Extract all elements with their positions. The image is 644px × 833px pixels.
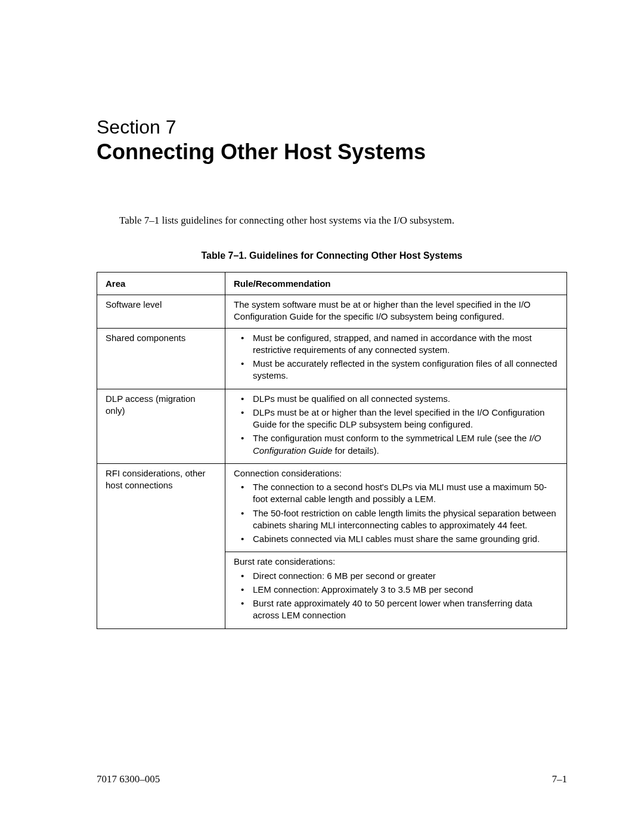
header-rule: Rule/Recommendation	[225, 272, 567, 295]
table-header-row: Area Rule/Recommendation	[97, 272, 567, 295]
table-row: DLP access (migration only) DLPs must be…	[97, 389, 567, 463]
bullet-list: DLPs must be qualified on all connected …	[234, 393, 558, 457]
document-page: Section 7 Connecting Other Host Systems …	[0, 0, 644, 629]
list-item: Must be configured, strapped, and named …	[234, 332, 558, 357]
footer-page-number: 7–1	[552, 773, 568, 785]
list-item: Cabinets connected via MLI cables must s…	[234, 533, 558, 545]
cell-rule: Must be configured, strapped, and named …	[225, 328, 567, 389]
list-item: LEM connection: Approximately 3 to 3.5 M…	[234, 584, 558, 596]
cell-rule: Burst rate considerations: Direct connec…	[225, 552, 567, 628]
section-title: Connecting Other Host Systems	[97, 140, 567, 165]
page-footer: 7017 6300–005 7–1	[97, 773, 567, 785]
cell-rule: Connection considerations: The connectio…	[225, 463, 567, 552]
header-area: Area	[97, 272, 225, 295]
sub-heading: Connection considerations:	[234, 467, 558, 479]
list-item: DLPs must be at or higher than the level…	[234, 407, 558, 431]
cell-rule: DLPs must be qualified on all connected …	[225, 389, 567, 463]
list-item: DLPs must be qualified on all connected …	[234, 393, 558, 405]
list-item: Burst rate approximately 40 to 50 percen…	[234, 597, 558, 622]
table-row: Shared components Must be configured, st…	[97, 328, 567, 389]
list-item: The connection to a second host's DLPs v…	[234, 481, 558, 506]
text-span: The configuration must conform to the sy…	[253, 433, 530, 443]
cell-area: Software level	[97, 295, 225, 329]
text-span: for details).	[332, 445, 379, 456]
list-item: The configuration must conform to the sy…	[234, 432, 558, 457]
intro-paragraph: Table 7–1 lists guidelines for connectin…	[97, 215, 567, 227]
section-label: Section 7	[97, 116, 567, 138]
bullet-list: The connection to a second host's DLPs v…	[234, 481, 558, 545]
bullet-list: Direct connection: 6 MB per second or gr…	[234, 570, 558, 622]
bullet-list: Must be configured, strapped, and named …	[234, 332, 558, 382]
cell-rule: The system software must be at or higher…	[225, 295, 567, 329]
list-item: Must be accurately reflected in the syst…	[234, 358, 558, 382]
cell-area: RFI considerations, other host connectio…	[97, 463, 225, 552]
cell-area-empty	[97, 552, 225, 628]
cell-area: DLP access (migration only)	[97, 389, 225, 463]
table-row: Software level The system software must …	[97, 295, 567, 329]
guidelines-table: Area Rule/Recommendation Software level …	[97, 272, 567, 629]
list-item: The 50-foot restriction on cable length …	[234, 507, 558, 532]
sub-heading: Burst rate considerations:	[234, 556, 558, 568]
table-caption: Table 7–1. Guidelines for Connecting Oth…	[97, 250, 567, 261]
footer-doc-number: 7017 6300–005	[97, 773, 160, 785]
table-row: Burst rate considerations: Direct connec…	[97, 552, 567, 628]
list-item: Direct connection: 6 MB per second or gr…	[234, 570, 558, 582]
cell-area: Shared components	[97, 328, 225, 389]
table-row: RFI considerations, other host connectio…	[97, 463, 567, 552]
